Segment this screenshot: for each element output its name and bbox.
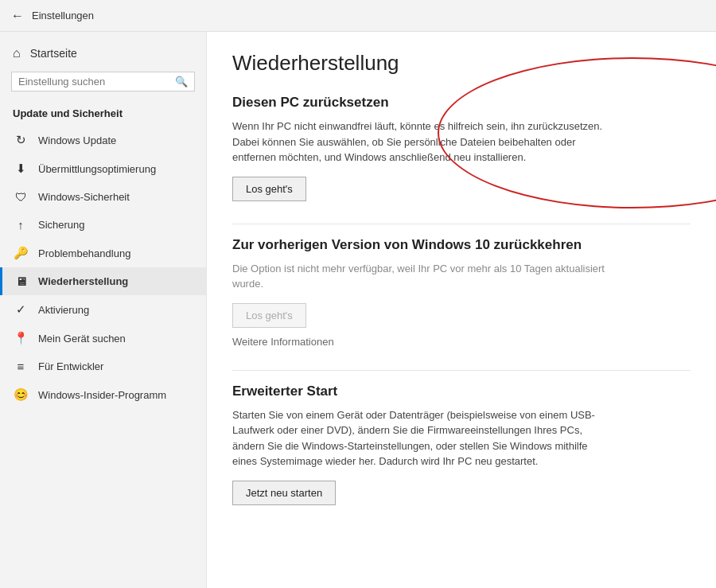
section-button-prev-version: Los geht's: [232, 303, 306, 328]
section-title-prev-version: Zur vorherigen Version von Windows 10 zu…: [232, 237, 691, 253]
home-icon: ⌂: [13, 46, 21, 60]
section-desc-reset-pc: Wenn Ihr PC nicht einwandfrei läuft, kön…: [232, 119, 614, 165]
sidebar-item-label: Übermittlungsoptimierung: [38, 163, 156, 175]
sidebar-item-label: Windows-Sicherheit: [38, 191, 130, 203]
sidebar: ⌂ Startseite 🔍 Update und Sicherheit ↻ W…: [0, 32, 207, 588]
sidebar-item-label: Windows Update: [38, 134, 116, 146]
sidebar-item-uebermittlungsoptimierung[interactable]: ⬇ Übermittlungsoptimierung: [0, 154, 206, 183]
search-box[interactable]: 🔍: [11, 72, 195, 92]
sidebar-item-entwickler[interactable]: ≡ Für Entwickler: [0, 352, 206, 380]
sidebar-item-label: Problembehandlung: [38, 247, 130, 259]
sidebar-item-insider[interactable]: 😊 Windows-Insider-Programm: [0, 380, 206, 409]
main-layout: ⌂ Startseite 🔍 Update und Sicherheit ↻ W…: [0, 32, 716, 588]
sidebar-item-home[interactable]: ⌂ Startseite: [0, 40, 206, 67]
section-reset-pc: Diesen PC zurücksetzen Wenn Ihr PC nicht…: [232, 95, 691, 201]
search-icon: 🔍: [175, 76, 188, 88]
sidebar-item-windows-update[interactable]: ↻ Windows Update: [0, 126, 206, 154]
search-input[interactable]: [18, 76, 175, 88]
windows-sicherheit-icon: 🛡: [13, 190, 29, 204]
sidebar-item-label: Mein Gerät suchen: [38, 333, 126, 345]
sidebar-item-sicherung[interactable]: ↑ Sicherung: [0, 211, 206, 239]
sidebar-section-title: Update und Sicherheit: [0, 103, 206, 126]
insider-icon: 😊: [13, 387, 29, 402]
entwickler-icon: ≡: [13, 360, 29, 373]
topbar-title: Einstellungen: [32, 10, 94, 21]
section-button-reset-pc[interactable]: Los geht's: [232, 177, 306, 201]
uebermittlungsoptimierung-icon: ⬇: [13, 162, 29, 176]
sidebar-items-container: ↻ Windows Update ⬇ Übermittlungsoptimier…: [0, 126, 206, 409]
section-prev-version: Zur vorherigen Version von Windows 10 zu…: [232, 237, 691, 348]
sidebar-item-label: Windows-Insider-Programm: [38, 389, 166, 401]
content-sections: Diesen PC zurücksetzen Wenn Ihr PC nicht…: [232, 95, 691, 505]
sidebar-item-problembehandlung[interactable]: 🔑 Problembehandlung: [0, 239, 206, 267]
sidebar-home-label: Startseite: [30, 47, 77, 60]
section-desc-advanced-start: Starten Sie von einem Gerät oder Datentr…: [232, 407, 614, 469]
problembehandlung-icon: 🔑: [13, 246, 29, 260]
section-button-advanced-start[interactable]: Jetzt neu starten: [232, 481, 336, 505]
section-title-reset-pc: Diesen PC zurücksetzen: [232, 95, 691, 111]
content-area: Wiederherstellung Diesen PC zurücksetzen…: [207, 32, 716, 588]
topbar: ← Einstellungen: [0, 0, 716, 32]
wiederherstellung-icon: 🖥: [13, 275, 29, 288]
back-button[interactable]: ←: [11, 9, 24, 23]
divider: [232, 370, 691, 371]
sidebar-item-windows-sicherheit[interactable]: 🛡 Windows-Sicherheit: [0, 183, 206, 211]
windows-update-icon: ↻: [13, 133, 29, 147]
sidebar-item-label: Sicherung: [38, 219, 85, 231]
mein-geraet-icon: 📍: [13, 331, 29, 345]
section-advanced-start: Erweiterter Start Starten Sie von einem …: [232, 384, 691, 505]
divider: [232, 224, 691, 224]
sidebar-item-aktivierung[interactable]: ✓ Aktivierung: [0, 295, 206, 324]
sidebar-item-mein-geraet[interactable]: 📍 Mein Gerät suchen: [0, 324, 206, 352]
section-title-advanced-start: Erweiterter Start: [232, 384, 691, 399]
section-desc-prev-version: Die Option ist nicht mehr verfügbar, wei…: [232, 261, 614, 292]
sidebar-item-wiederherstellung[interactable]: 🖥 Wiederherstellung: [0, 267, 206, 295]
sidebar-item-label: Für Entwickler: [38, 360, 103, 372]
sidebar-item-label: Wiederherstellung: [38, 275, 128, 287]
aktivierung-icon: ✓: [13, 302, 29, 317]
page-title: Wiederherstellung: [232, 51, 691, 76]
sidebar-item-label: Aktivierung: [38, 304, 89, 316]
section-link-prev-version[interactable]: Weitere Informationen: [232, 336, 691, 348]
sicherung-icon: ↑: [13, 218, 29, 232]
